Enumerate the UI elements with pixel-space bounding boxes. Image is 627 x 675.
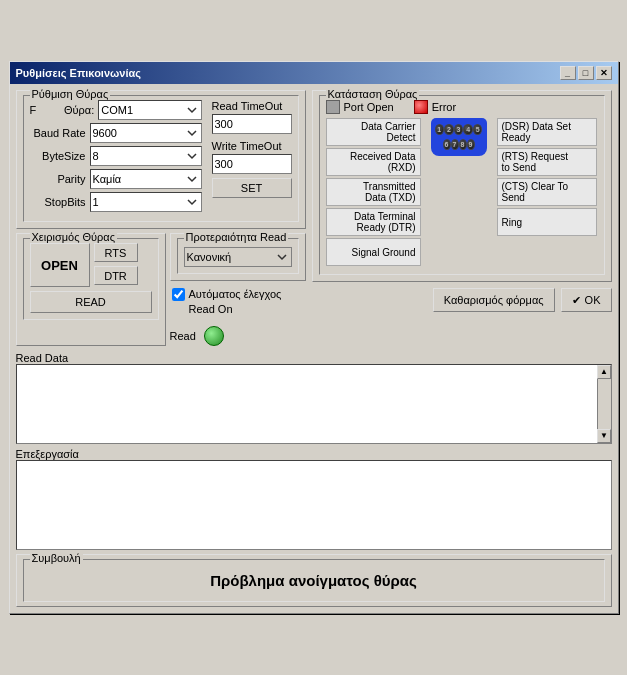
bytesize-label: ByteSize <box>30 150 90 162</box>
right-panel: Κατάσταση Θύρας Port Open Error <box>312 90 612 346</box>
pin-5: 5 <box>473 124 483 135</box>
pin-7: 7 <box>451 139 459 150</box>
parity-label: Parity <box>30 173 90 185</box>
set-button[interactable]: SET <box>212 178 292 198</box>
stopbits-row: StopBits 1 2 <box>30 192 202 212</box>
scroll-up-arrow[interactable]: ▲ <box>597 365 611 379</box>
priority-auto-col: Προτεραιότητα Read Κανονική Υψηλή Αυτόμα… <box>170 233 306 346</box>
epexergasia-textarea[interactable] <box>17 461 611 549</box>
port-select[interactable]: COM1 COM2 COM3 <box>98 100 201 120</box>
auto-read-checkbox[interactable] <box>172 288 185 301</box>
rts-button[interactable]: RTS <box>94 243 138 262</box>
pin-9: 9 <box>467 139 475 150</box>
read-data-label: Read Data <box>16 352 69 364</box>
signal-right-2: (RTS) Requestto Send <box>497 148 597 176</box>
timeout-section: Read TimeOut Write TimeOut SET <box>212 100 292 215</box>
priority-select[interactable]: Κανονική Υψηλή <box>184 247 292 267</box>
right-signals: (DSR) Data SetReady (RTS) Requestto Send… <box>497 118 597 238</box>
signal-left-3: TransmittedData (TXD) <box>326 178 421 206</box>
bottom-buttons: Καθαρισμός φόρμας ✔ OK <box>312 288 612 312</box>
port-config-label: Ρύθμιση Θύρας <box>30 88 111 100</box>
scroll-down-arrow[interactable]: ▼ <box>597 429 611 443</box>
read-led <box>204 326 224 346</box>
signal-left-5: Signal Ground <box>326 238 421 266</box>
ok-label: OK <box>585 294 601 306</box>
auto-read-row: Αυτόματος έλεγχος Read On <box>170 285 306 318</box>
stopbits-select[interactable]: 1 2 <box>90 192 202 212</box>
priority-label: Προτεραιότητα Read <box>184 231 289 243</box>
parity-select[interactable]: Καμία Even Odd <box>90 169 202 189</box>
pin-8: 8 <box>459 139 467 150</box>
left-signals: Data CarrierDetect Received Data(RXD) Tr… <box>326 118 421 268</box>
pin-6: 6 <box>443 139 451 150</box>
read-timeout-row: Read TimeOut <box>212 100 292 134</box>
signal-left-2: Received Data(RXD) <box>326 148 421 176</box>
read-button[interactable]: READ <box>30 291 152 313</box>
main-row: Ρύθμιση Θύρας F Θύρα: COM1 COM2 <box>16 90 612 346</box>
auto-read-label: Αυτόματος έλεγχος Read On <box>189 287 304 316</box>
read-indicator-label: Read <box>170 330 196 342</box>
pin-1: 1 <box>435 124 445 135</box>
close-button[interactable]: ✕ <box>596 66 612 80</box>
read-timeout-input[interactable] <box>212 114 292 134</box>
port-status-label: Κατάσταση Θύρας <box>326 88 420 100</box>
port-status-inner: Κατάσταση Θύρας Port Open Error <box>319 95 605 275</box>
minimize-button[interactable]: _ <box>560 66 576 80</box>
window-title: Ρυθμίσεις Επικοινωνίας <box>16 67 141 79</box>
baud-row: Baud Rate 9600 19200 38400 <box>30 123 202 143</box>
pin-2: 2 <box>444 124 454 135</box>
ok-button[interactable]: ✔ OK <box>561 288 612 312</box>
symvouli-text: Πρόβλημα ανοίγματος θύρας <box>30 564 598 597</box>
baud-label: Baud Rate <box>30 127 90 139</box>
lower-left: Χειρισμός Θύρας OPEN RTS DTR READ <box>16 233 306 346</box>
title-bar: Ρυθμίσεις Επικοινωνίας _ □ ✕ <box>10 62 618 84</box>
write-timeout-input[interactable] <box>212 154 292 174</box>
epexergasia-box <box>16 460 612 550</box>
maximize-button[interactable]: □ <box>578 66 594 80</box>
read-data-section: Read Data ▲ ▼ <box>16 352 612 444</box>
port-status-group: Κατάσταση Θύρας Port Open Error <box>312 90 612 282</box>
pin-3: 3 <box>454 124 464 135</box>
write-timeout-row: Write TimeOut <box>212 140 292 174</box>
priority-group: Προτεραιότητα Read Κανονική Υψηλή <box>170 233 306 281</box>
read-indicator-row: Read <box>170 326 306 346</box>
connector-area: Data CarrierDetect Received Data(RXD) Tr… <box>326 118 598 268</box>
window-content: Ρύθμιση Θύρας F Θύρα: COM1 COM2 <box>10 84 618 613</box>
port-open-row: Port Open <box>326 100 394 114</box>
clear-button[interactable]: Καθαρισμός φόρμας <box>433 288 555 312</box>
read-data-textarea[interactable] <box>17 365 595 443</box>
bytesize-row: ByteSize 8 7 <box>30 146 202 166</box>
dtr-button[interactable]: DTR <box>94 266 138 285</box>
title-bar-buttons: _ □ ✕ <box>560 66 612 80</box>
status-header: Port Open Error <box>326 100 598 114</box>
open-rts-row: OPEN RTS DTR <box>30 243 152 287</box>
symvouli-inner: Συμβουλή Πρόβλημα ανοίγματος θύρας <box>23 559 605 602</box>
write-timeout-label: Write TimeOut <box>212 140 292 152</box>
port-open-label: Port Open <box>344 101 394 113</box>
signal-right-4: Ring <box>497 208 597 236</box>
epexergasia-label: Επεξεργασία <box>16 448 79 460</box>
db9-row-2: 6 7 8 9 <box>435 139 483 150</box>
priority-inner: Προτεραιότητα Read Κανονική Υψηλή <box>177 238 299 274</box>
signal-left-1: Data CarrierDetect <box>326 118 421 146</box>
port-row: F Θύρα: COM1 COM2 COM3 <box>30 100 202 120</box>
port-mgmt-group: Χειρισμός Θύρας OPEN RTS DTR READ <box>16 233 166 346</box>
baud-select[interactable]: 9600 19200 38400 <box>90 123 202 143</box>
port-config-group: Ρύθμιση Θύρας F Θύρα: COM1 COM2 <box>16 90 306 229</box>
bytesize-select[interactable]: 8 7 <box>90 146 202 166</box>
open-button[interactable]: OPEN <box>30 243 90 287</box>
error-led <box>414 100 428 114</box>
read-timeout-label: Read TimeOut <box>212 100 292 112</box>
read-data-scrollbar: ▲ ▼ <box>597 365 611 443</box>
port-fields: F Θύρα: COM1 COM2 COM3 Baud Rate <box>30 100 202 215</box>
stopbits-label: StopBits <box>30 196 90 208</box>
rts-dtr-col: RTS DTR <box>94 243 138 285</box>
main-window: Ρυθμίσεις Επικοινωνίας _ □ ✕ Ρύθμιση Θύρ… <box>9 61 619 614</box>
port-config-inner: Ρύθμιση Θύρας F Θύρα: COM1 COM2 <box>23 95 299 222</box>
left-panel: Ρύθμιση Θύρας F Θύρα: COM1 COM2 <box>16 90 306 346</box>
epexergasia-section: Επεξεργασία <box>16 448 612 550</box>
port-label: Θύρα: <box>38 104 98 116</box>
db9-connector: 1 2 3 4 5 6 7 8 <box>431 118 487 156</box>
read-data-box: ▲ ▼ <box>16 364 612 444</box>
port-mgmt-inner: Χειρισμός Θύρας OPEN RTS DTR READ <box>23 238 159 320</box>
